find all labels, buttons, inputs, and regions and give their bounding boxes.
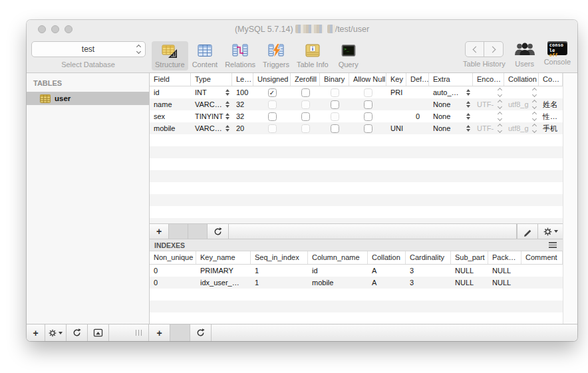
- encoding-cell[interactable]: [473, 110, 504, 122]
- dropdown-stepper-icon[interactable]: [498, 100, 502, 108]
- add-table-button[interactable]: +: [27, 324, 45, 341]
- dropdown-stepper-icon[interactable]: [498, 124, 502, 132]
- encoding-cell[interactable]: [473, 86, 504, 98]
- field-cell[interactable]: id: [150, 86, 191, 98]
- minimize-window-button[interactable]: [51, 25, 59, 33]
- extra-cell[interactable]: None: [429, 98, 473, 110]
- zoom-window-button[interactable]: [65, 25, 73, 33]
- extra-cell[interactable]: None: [429, 110, 473, 122]
- dropdown-stepper-icon[interactable]: [533, 112, 536, 120]
- comment-cell[interactable]: 性…: [539, 110, 563, 122]
- value-stepper-icon[interactable]: [225, 101, 229, 108]
- checkbox[interactable]: [331, 124, 339, 133]
- close-window-button[interactable]: [38, 25, 46, 33]
- dropdown-stepper-icon[interactable]: [498, 88, 502, 96]
- indexes-column-header[interactable]: Collation: [368, 251, 406, 264]
- history-back-button[interactable]: [466, 42, 484, 57]
- extra-cell[interactable]: None: [429, 122, 473, 134]
- index-row[interactable]: 0idx_user_…1mobileA3NULLNULL: [150, 277, 563, 289]
- checkbox[interactable]: [301, 112, 310, 121]
- length-cell[interactable]: 32: [232, 110, 253, 122]
- field-cell[interactable]: sex: [150, 110, 191, 122]
- tab-triggers[interactable]: Triggers: [259, 41, 293, 70]
- structure-row[interactable]: idINT100✓PRIauto_…: [150, 86, 563, 98]
- value-stepper-icon[interactable]: [466, 125, 470, 132]
- indexes-column-header[interactable]: Pack…: [488, 251, 521, 264]
- indexes-menu-icon[interactable]: [549, 242, 557, 248]
- structure-column-header[interactable]: Zerofill: [291, 73, 320, 86]
- tab-query[interactable]: >_ Query: [333, 41, 365, 70]
- tab-table-info[interactable]: i Table Info: [293, 41, 332, 70]
- default-cell[interactable]: [406, 122, 429, 134]
- encoding-cell[interactable]: UTF-: [473, 122, 504, 134]
- users-group[interactable]: Users: [514, 41, 536, 68]
- structure-row[interactable]: sexTINYINT320None性…: [150, 110, 563, 122]
- value-stepper-icon[interactable]: [466, 113, 470, 120]
- edit-field-button[interactable]: [517, 224, 538, 239]
- checkbox[interactable]: [364, 100, 372, 109]
- value-stepper-icon[interactable]: [466, 101, 470, 108]
- structure-column-header[interactable]: Le…: [232, 73, 253, 86]
- structure-column-header[interactable]: Unsigned: [253, 73, 291, 86]
- default-cell[interactable]: 0: [406, 110, 429, 122]
- default-cell[interactable]: [406, 86, 429, 98]
- encoding-cell[interactable]: UTF-: [473, 98, 504, 110]
- extra-cell[interactable]: auto_…: [429, 86, 473, 98]
- tab-structure[interactable]: Structure: [152, 41, 188, 70]
- checkbox[interactable]: [364, 112, 372, 121]
- indexes-column-header[interactable]: Non_unique: [150, 251, 196, 264]
- length-cell[interactable]: 32: [232, 98, 253, 110]
- refresh-tables-button[interactable]: [67, 324, 88, 341]
- index-row[interactable]: 0PRIMARY1idA3NULLNULL: [150, 265, 563, 277]
- structure-column-header[interactable]: Co…: [539, 73, 563, 86]
- value-stepper-icon[interactable]: [225, 113, 229, 120]
- dropdown-stepper-icon[interactable]: [533, 100, 536, 108]
- structure-row[interactable]: mobileVARC…20UNINoneUTF-utf8_g手机: [150, 122, 563, 134]
- indexes-column-header[interactable]: Comment: [521, 251, 563, 264]
- add-index-button[interactable]: +: [149, 324, 170, 341]
- collation-cell[interactable]: [504, 86, 539, 98]
- structure-column-header[interactable]: Extra: [429, 73, 473, 86]
- indexes-column-header[interactable]: Sub_part: [451, 251, 488, 264]
- comment-cell[interactable]: 姓名: [539, 98, 563, 110]
- collation-cell[interactable]: utf8_g: [504, 98, 539, 110]
- length-cell[interactable]: 20: [232, 122, 253, 134]
- type-cell[interactable]: INT: [191, 86, 232, 98]
- checkbox[interactable]: [364, 124, 372, 133]
- console-group[interactable]: conso le off Console: [544, 41, 571, 66]
- tab-relations[interactable]: Relations: [221, 41, 259, 70]
- checkbox[interactable]: ✓: [268, 88, 277, 97]
- structure-column-header[interactable]: Key: [386, 73, 406, 86]
- refresh-indexes-button[interactable]: [190, 324, 212, 341]
- structure-column-header[interactable]: Field: [150, 73, 191, 86]
- value-stepper-icon[interactable]: [225, 89, 229, 96]
- refresh-fields-button[interactable]: [208, 224, 229, 239]
- type-cell[interactable]: VARC…: [191, 98, 232, 110]
- indexes-column-header[interactable]: Column_name: [308, 251, 368, 264]
- pane-toggle-button[interactable]: [88, 324, 109, 341]
- checkbox[interactable]: [331, 100, 339, 109]
- database-select[interactable]: test: [31, 41, 146, 57]
- field-actions-gear-button[interactable]: [538, 224, 563, 239]
- table-actions-gear-button[interactable]: [45, 324, 67, 341]
- type-cell[interactable]: TINYINT: [191, 110, 232, 122]
- collation-cell[interactable]: utf8_g: [504, 122, 539, 134]
- structure-column-header[interactable]: Type: [191, 73, 232, 86]
- indexes-column-header[interactable]: Seq_in_index: [251, 251, 308, 264]
- structure-row[interactable]: nameVARC…32NoneUTF-utf8_g姓名: [150, 98, 563, 110]
- structure-column-header[interactable]: Enco…: [473, 73, 504, 86]
- dropdown-stepper-icon[interactable]: [533, 88, 536, 96]
- history-forward-button[interactable]: [484, 42, 503, 57]
- structure-column-header[interactable]: Binary: [320, 73, 349, 86]
- default-cell[interactable]: [406, 98, 429, 110]
- structure-column-header[interactable]: Def…: [406, 73, 429, 86]
- comment-cell[interactable]: [539, 86, 563, 98]
- structure-column-header[interactable]: Collation: [504, 73, 539, 86]
- tab-content[interactable]: Content: [189, 41, 221, 70]
- value-stepper-icon[interactable]: [225, 125, 229, 132]
- field-cell[interactable]: mobile: [150, 122, 191, 134]
- add-field-button[interactable]: +: [150, 224, 169, 239]
- structure-column-header[interactable]: Allow Null: [349, 73, 386, 86]
- dropdown-stepper-icon[interactable]: [498, 112, 502, 120]
- collation-cell[interactable]: [504, 110, 539, 122]
